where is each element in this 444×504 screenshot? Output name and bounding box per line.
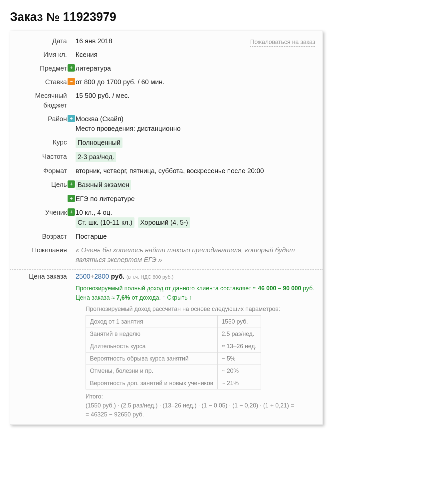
label-student: Ученик [17,208,67,217]
value-age: Постарше [76,232,316,241]
value-budget: 15 500 руб. / мес. [76,91,316,101]
label-rate: Ставка [17,77,67,87]
value-format: вторник, четверг, пятница, суббота, воск… [76,166,316,176]
value-student: 10 кл., 4 оц. Ст. шк. (10-11 кл.) Хороши… [76,208,316,228]
value-subject: литература [76,64,316,73]
label-price: Цена заказа [17,272,67,281]
value-district: Москва (Скайп)Место проведения: дистанци… [76,114,316,133]
label-budget: Месячныйбюджет [17,91,67,110]
hide-link[interactable]: Скрыть [167,294,187,301]
value-frequency: 2-3 раз/нед. [76,152,116,162]
forecast-params-title: Прогнозируемый доход рассчитан на основе… [86,305,316,313]
forecast-totals: Итого: (1550 руб.) · (2.5 раз/нед.) · (1… [86,392,316,419]
forecast-table: Доход от 1 занятия1550 руб. Занятий в не… [86,315,261,390]
value-price: 2500+2800 руб. (в т.ч. НДС 800 руб.) Про… [76,272,316,419]
forecast-text: Прогнозируемый полный доход от данного к… [76,284,316,303]
complain-link[interactable]: Пожаловаться на заказ [250,38,315,47]
value-rate: от 800 до 1700 руб. / 60 мин. [76,77,316,87]
label-course: Курс [17,137,67,147]
value-course: Полноценный [76,137,122,148]
plus-icon: + [68,64,75,72]
label-name: Имя кл. [17,50,67,60]
plus-icon: + [68,115,75,122]
value-goal: Важный экзамен [76,180,131,190]
label-age: Возраст [17,232,67,241]
value-name: Ксения [76,50,316,60]
label-district: Район [17,114,67,124]
label-date: Дата [17,36,67,46]
value-goal2: ЕГЭ по литературе [76,194,316,204]
tilde-icon: ~ [68,78,75,85]
value-wishes: « Очень бы хотелось найти такого препода… [76,245,316,265]
plus-icon: + [68,208,75,216]
order-card: Дата 16 янв 2018 Пожаловаться на заказ И… [10,31,323,425]
page-title: Заказ № 11923979 [10,10,323,24]
plus-icon: + [68,180,75,188]
label-wishes: Пожелания [17,245,67,255]
label-frequency: Частота [17,152,67,161]
label-goal: Цель [17,180,67,189]
label-subject: Предмет [17,64,67,73]
label-format: Формат [17,166,67,176]
plus-icon: + [68,195,75,202]
